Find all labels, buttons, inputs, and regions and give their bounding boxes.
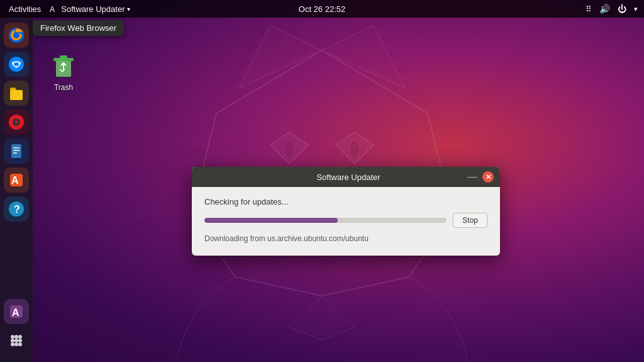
help-icon: ?: [7, 200, 26, 218]
dock-item-firefox[interactable]: [4, 23, 29, 48]
svg-point-44: [11, 342, 14, 346]
app-indicator-icon: A: [50, 4, 58, 13]
dock-item-help[interactable]: ?: [4, 196, 29, 222]
topbar-right: ⠿ 🔊 ⏻ ▾: [586, 4, 644, 14]
svg-point-5: [284, 140, 294, 158]
svg-point-46: [18, 342, 22, 346]
svg-point-45: [14, 342, 18, 346]
topbar-left: Activities A Software Updater ▾: [0, 3, 130, 15]
dock-item-rhythmbox[interactable]: [4, 110, 29, 135]
libreoffice-icon: [7, 142, 26, 161]
svg-point-43: [18, 339, 22, 342]
desktop-icons: Trash: [41, 50, 86, 92]
dock-item-thunderbird[interactable]: [4, 52, 29, 77]
system-menu-arrow[interactable]: ▾: [634, 5, 638, 13]
trash-label: Trash: [54, 83, 73, 92]
download-status: Downloading from us.archive.ubuntu.com/u…: [204, 234, 487, 243]
svg-point-42: [14, 339, 18, 342]
files-icon: [7, 84, 26, 103]
svg-marker-16: [289, 296, 355, 340]
dock-item-updater[interactable]: A: [4, 299, 29, 324]
trash-icon: [48, 50, 79, 81]
svg-point-21: [13, 32, 19, 38]
activities-button[interactable]: Activities: [5, 3, 45, 15]
topbar: Activities A Software Updater ▾ Oct 26 2…: [0, 0, 644, 18]
dock: A ? A: [0, 18, 33, 362]
sound-icon[interactable]: 🔊: [599, 4, 610, 14]
titlebar-controls: — ✕: [467, 171, 494, 183]
svg-rect-24: [10, 90, 23, 100]
apps-grid-icon: [7, 331, 26, 350]
svg-point-40: [18, 335, 22, 339]
svg-point-6: [350, 140, 360, 158]
svg-point-38: [11, 335, 14, 339]
desktop-icon-trash[interactable]: Trash: [41, 50, 86, 92]
svg-text:?: ?: [14, 204, 20, 215]
power-icon[interactable]: ⏻: [618, 4, 626, 14]
svg-rect-49: [60, 55, 67, 59]
svg-text:A: A: [11, 175, 19, 186]
firefox-tooltip: Firefox Web Browser: [33, 20, 124, 36]
dock-item-app-center[interactable]: A: [4, 167, 29, 193]
firefox-icon: [7, 26, 26, 45]
svg-text:A: A: [12, 307, 19, 318]
dock-item-libreoffice[interactable]: [4, 139, 29, 164]
progress-bar-background: [204, 218, 447, 223]
svg-point-27: [15, 121, 18, 123]
dock-item-files[interactable]: [4, 81, 29, 106]
svg-point-23: [14, 62, 19, 66]
updater-titlebar: Software Updater — ✕: [192, 167, 500, 187]
updater-body: Checking for updates... Stop Downloading…: [192, 187, 500, 256]
app-indicator[interactable]: A Software Updater ▾: [50, 4, 130, 14]
close-button[interactable]: ✕: [482, 171, 494, 183]
dock-bottom: A: [4, 299, 29, 354]
rhythmbox-icon: [7, 113, 26, 132]
desktop: Activities A Software Updater ▾ Oct 26 2…: [0, 0, 644, 362]
thunderbird-icon: [7, 55, 26, 74]
network-icon[interactable]: ⠿: [586, 4, 592, 14]
app-indicator-arrow: ▾: [127, 6, 130, 13]
checking-text: Checking for updates...: [204, 197, 487, 206]
progress-container: Stop: [204, 213, 487, 228]
dock-item-apps-grid[interactable]: [4, 328, 29, 353]
svg-point-41: [11, 339, 14, 342]
stop-button[interactable]: Stop: [453, 213, 487, 228]
svg-rect-28: [11, 144, 21, 158]
trash-icon-img: [48, 50, 79, 81]
updater-dock-icon: A: [7, 302, 26, 321]
svg-point-39: [14, 335, 18, 339]
updater-dialog: Software Updater — ✕ Checking for update…: [192, 167, 500, 256]
progress-bar-fill: [204, 218, 338, 223]
updater-dialog-title: Software Updater: [230, 173, 467, 182]
topbar-datetime[interactable]: Oct 26 22:52: [299, 4, 345, 14]
app-center-icon: A: [7, 171, 26, 189]
svg-text:A: A: [50, 5, 55, 13]
app-indicator-name: Software Updater: [61, 4, 125, 14]
minimize-button[interactable]: —: [467, 172, 477, 182]
